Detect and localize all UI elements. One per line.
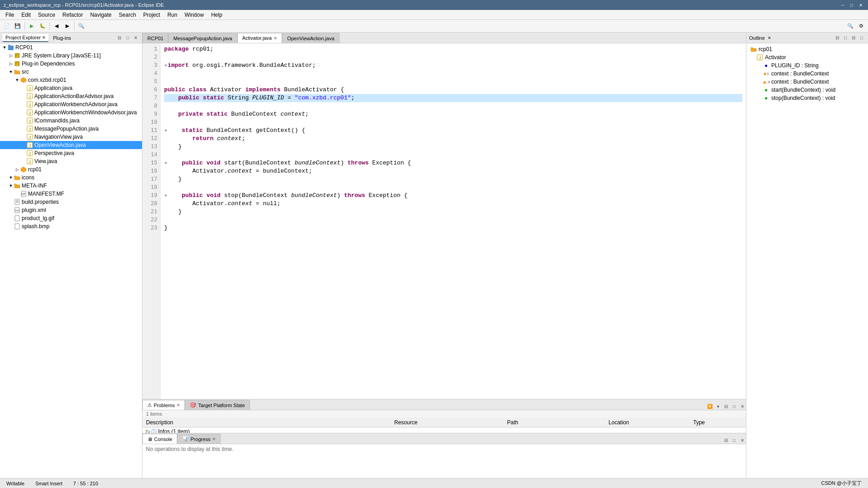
- menu-window[interactable]: Window: [181, 11, 208, 19]
- console-btn2[interactable]: □: [731, 436, 738, 444]
- tree-toggle[interactable]: ▼: [2, 45, 7, 50]
- tree-item[interactable]: JView.java: [0, 157, 142, 165]
- bottom-panel-minimize[interactable]: ⊟: [722, 403, 730, 410]
- tree-item[interactable]: ▷JPlug-in Dependencies: [0, 60, 142, 68]
- tree-item[interactable]: splash.bmp: [0, 222, 142, 230]
- toolbar-debug-btn[interactable]: 🐛: [38, 21, 47, 31]
- tab-problems[interactable]: ⚠ Problems ✕: [142, 400, 185, 410]
- tree-item[interactable]: ▼icons: [0, 174, 142, 182]
- tree-item[interactable]: JOpenViewAction.java: [0, 141, 142, 149]
- bottom-panel-close[interactable]: ✕: [739, 403, 746, 410]
- bottom-panel-filter[interactable]: 🔽: [706, 403, 713, 410]
- menu-search[interactable]: Search: [115, 11, 140, 19]
- menu-run[interactable]: Run: [164, 11, 181, 19]
- tree-item[interactable]: JNavigationView.java: [0, 133, 142, 141]
- menu-help[interactable]: Help: [208, 11, 226, 19]
- tree-toggle[interactable]: ▼: [14, 78, 20, 82]
- tree-item[interactable]: XMLplugin.xml: [0, 206, 142, 214]
- line-number: 13: [145, 143, 157, 151]
- tab-progress[interactable]: 📊 Progress ✕: [177, 434, 221, 444]
- toolbar-back-btn[interactable]: ◀: [52, 21, 61, 31]
- tree-item[interactable]: JICommandIds.java: [0, 117, 142, 125]
- menu-navigate[interactable]: Navigate: [86, 11, 115, 19]
- bottom-panel-menu[interactable]: ▾: [714, 403, 722, 410]
- minimize-button[interactable]: ─: [839, 1, 846, 9]
- tree-item[interactable]: JMessagePopupAction.java: [0, 125, 142, 133]
- menu-refactor[interactable]: Refactor: [59, 11, 86, 19]
- tree-item[interactable]: JApplication.java: [0, 84, 142, 92]
- tree-item[interactable]: MFMANIFEST.MF: [0, 190, 142, 198]
- menu-project[interactable]: Project: [140, 11, 164, 19]
- toolbar-new-btn[interactable]: 📄: [2, 21, 12, 31]
- toolbar-save-btn[interactable]: 💾: [13, 21, 23, 31]
- tab-plug-ins[interactable]: Plug-ins: [50, 34, 74, 42]
- progress-close[interactable]: ✕: [212, 436, 216, 441]
- left-panel-minimize[interactable]: ⊟: [116, 34, 123, 42]
- outline-minimize[interactable]: ⊟: [850, 34, 857, 42]
- tree-item[interactable]: build.properties: [0, 198, 142, 206]
- outline-item[interactable]: ●start(BundleContext) : void: [746, 86, 868, 94]
- tree-toggle[interactable]: ▼: [8, 183, 14, 188]
- toolbar-search-btn[interactable]: 🔍: [76, 21, 86, 31]
- left-panel-maximize[interactable]: □: [124, 34, 131, 42]
- code-line: Activator.context = null;: [164, 200, 742, 208]
- tree-item[interactable]: ▼META-INF: [0, 182, 142, 190]
- tab-activator[interactable]: Activator.java ✕: [237, 33, 282, 43]
- tree-item[interactable]: JApplicationActionBarAdvisor.java: [0, 92, 142, 100]
- menu-edit[interactable]: Edit: [18, 11, 34, 19]
- tab-rcp01[interactable]: RCP01: [142, 33, 168, 43]
- toolbar-search-icon[interactable]: 🔍: [845, 21, 855, 31]
- title-bar-controls: ─ □ ✕: [839, 1, 864, 9]
- code-line: public class Activator implements Bundle…: [164, 86, 742, 94]
- tab-openviewaction[interactable]: OpenViewAction.java: [282, 33, 339, 43]
- toolbar-options-btn[interactable]: ⚙: [856, 21, 866, 31]
- outline-item[interactable]: ●scontext : BundleContext: [746, 70, 868, 78]
- tree-item[interactable]: product_lg.gif: [0, 214, 142, 222]
- tree-item[interactable]: ▷rcp01: [0, 165, 142, 174]
- outline-item[interactable]: JActivator: [746, 53, 868, 61]
- left-panel-close[interactable]: ✕: [132, 34, 139, 42]
- menu-source[interactable]: Source: [34, 11, 59, 19]
- outline-item[interactable]: ▲acontext : BundleContext: [746, 78, 868, 86]
- tree-label: splash.bmp: [22, 223, 49, 230]
- close-button[interactable]: ✕: [857, 1, 864, 9]
- tree-toggle[interactable]: ▷: [8, 61, 14, 66]
- project-explorer-close[interactable]: ✕: [42, 35, 46, 40]
- outline-item[interactable]: ●stop(BundleContext) : void: [746, 94, 868, 102]
- console-btn3[interactable]: ✕: [739, 436, 746, 444]
- tab-target-platform[interactable]: 🎯 Target Platform State: [185, 400, 250, 410]
- maximize-button[interactable]: □: [848, 1, 855, 9]
- outline-item[interactable]: ●PLUGIN_ID : String: [746, 61, 868, 70]
- tab-project-explorer[interactable]: Project Explorer ✕: [3, 34, 48, 42]
- outline-item[interactable]: rcp01: [746, 45, 868, 53]
- tree-item[interactable]: JApplicationWorkbenchWindowAdvisor.java: [0, 108, 142, 117]
- outline-close[interactable]: ✕: [768, 36, 771, 40]
- toolbar-forward-btn[interactable]: ▶: [62, 21, 72, 31]
- outline-btn2[interactable]: □: [842, 34, 849, 42]
- console-btn1[interactable]: ⊟: [722, 436, 730, 444]
- code-editor[interactable]: 1234567891011121314151617181920212223 pa…: [142, 43, 746, 399]
- tab-messagepopupaction[interactable]: MessagePopupAction.java: [168, 33, 237, 43]
- tab-activator-close[interactable]: ✕: [274, 36, 277, 41]
- tree-item[interactable]: ▷JJRE System Library [JavaSE-11]: [0, 52, 142, 60]
- tree-item[interactable]: JApplicationWorkbenchAdvisor.java: [0, 100, 142, 108]
- tree-toggle[interactable]: ▼: [8, 175, 14, 180]
- tree-toggle[interactable]: ▷: [8, 53, 14, 58]
- tree-item[interactable]: ▼com.xzbd.rcp01: [0, 76, 142, 84]
- outline-btn1[interactable]: ⊟: [834, 34, 841, 42]
- editor-tabs: RCP01 MessagePopupAction.java Activator.…: [142, 33, 746, 43]
- code-text[interactable]: package rcp01; ✦import org.osgi.framewor…: [160, 43, 746, 399]
- progress-label: Progress: [190, 436, 210, 442]
- bottom-panel-maximize[interactable]: □: [731, 403, 738, 410]
- tree-toggle[interactable]: ▼: [8, 70, 14, 74]
- tree-item[interactable]: JPerspective.java: [0, 149, 142, 157]
- problems-close[interactable]: ✕: [176, 403, 180, 408]
- tree-item[interactable]: ▼RCP01: [0, 43, 142, 52]
- tree-item[interactable]: ▼src: [0, 68, 142, 76]
- outline-maximize[interactable]: □: [858, 34, 865, 42]
- menu-file[interactable]: File: [2, 11, 18, 19]
- tree-toggle[interactable]: ▷: [14, 167, 20, 172]
- toolbar-run-btn[interactable]: ▶: [27, 21, 37, 31]
- tree-icon: J: [26, 133, 33, 141]
- tab-console[interactable]: 🖥 Console: [142, 434, 177, 444]
